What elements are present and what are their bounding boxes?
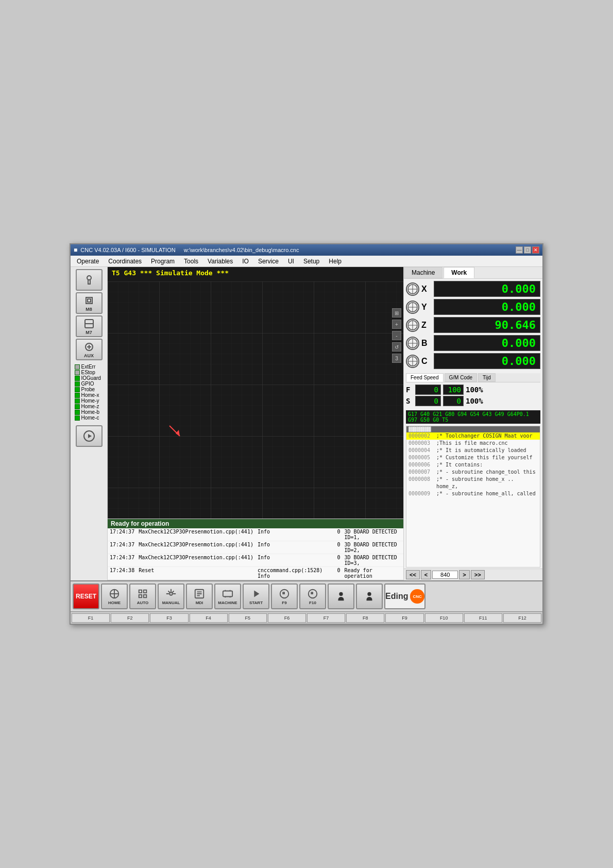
aux-button[interactable]: AUX	[76, 339, 103, 360]
mdi-button[interactable]: MDI	[186, 583, 213, 609]
coord-icon-x[interactable]	[406, 282, 419, 296]
reset-button[interactable]: RESET	[73, 583, 99, 609]
tab-gm-code[interactable]: G/M Code	[445, 373, 478, 382]
log-time: 17:24:37	[108, 541, 137, 554]
probe-label: Probe	[81, 387, 95, 392]
code-nav-first[interactable]: <<	[406, 570, 420, 579]
fkey-f3[interactable]: F3	[150, 613, 188, 623]
auto-button[interactable]: AUTO	[129, 583, 156, 609]
f9-button[interactable]: F9	[271, 583, 298, 609]
menu-coordinates[interactable]: Coordinates	[104, 257, 146, 266]
start-button[interactable]: START	[243, 583, 269, 609]
homex-indicator	[75, 393, 80, 398]
play-button[interactable]	[76, 425, 103, 447]
code-line-highlighted: 0000002 ;* Toolchanger COSIGN Maat voor	[406, 432, 540, 440]
menu-operate[interactable]: Operate	[73, 257, 103, 266]
f10-button[interactable]: F10	[299, 583, 326, 609]
f9-label: F9	[282, 600, 286, 605]
code-line-content: ;* - subroutine change_tool this	[436, 469, 536, 476]
eding-logo-text: CNC	[413, 594, 422, 599]
fkey-f11[interactable]: F11	[464, 613, 502, 623]
svg-rect-1	[88, 280, 90, 284]
fkey-f5[interactable]: F5	[229, 613, 267, 623]
feed-s-value: 0	[415, 396, 441, 406]
code-view-header: ▓▓▓▓▓▓▓▓	[406, 426, 540, 432]
menu-ui[interactable]: UI	[284, 257, 298, 266]
fkey-f9[interactable]: F9	[385, 613, 423, 623]
code-line-num: 0000008	[408, 476, 434, 490]
bottom-toolbar: RESET HOME AUTO	[71, 580, 542, 611]
zoom-fit-icon[interactable]: ⊞	[392, 308, 401, 318]
fkey-f6[interactable]: F6	[268, 613, 306, 623]
code-view[interactable]: ▓▓▓▓▓▓▓▓ 0000002 ;* Toolchanger COSIGN M…	[406, 426, 540, 567]
coord-icon-y[interactable]	[406, 301, 419, 314]
code-nav-last[interactable]: >>	[471, 570, 485, 579]
manual-button[interactable]: MANUAL	[158, 583, 184, 609]
estop-indicator	[75, 370, 80, 375]
f10-label: F10	[309, 600, 316, 605]
code-line: 0000008 ;* - subroutine home_x .. home_z…	[406, 476, 540, 490]
zoom-in-icon[interactable]: +	[392, 320, 401, 329]
feed-f-value: 0	[415, 385, 441, 395]
minimize-button[interactable]: —	[516, 246, 523, 254]
coord-icon-z[interactable]	[406, 319, 419, 332]
code-line: 0000005 ;* Customize this file yourself	[406, 454, 540, 461]
code-nav-line[interactable]: 840	[432, 571, 458, 579]
log-area: Ready for operation 17:24:37 MaxCheck12C…	[108, 519, 403, 580]
machine-button[interactable]: MACHINE	[214, 583, 241, 609]
fkey-f7[interactable]: F7	[307, 613, 345, 623]
coord-value-c: 0.000	[434, 353, 540, 369]
svg-point-34	[339, 592, 343, 596]
tab-feed-speed[interactable]: Feed Speed	[406, 373, 444, 382]
fkey-f12[interactable]: F12	[503, 613, 541, 623]
menu-help[interactable]: Help	[325, 257, 346, 266]
log-row: 17:24:37 MaxCheck12C3P3OPresenmotion.cpp…	[108, 554, 403, 567]
tool-button[interactable]	[76, 269, 103, 291]
gpio-status: GPIO	[75, 381, 108, 387]
m8-label: M8	[86, 307, 92, 312]
rotate-icon[interactable]: ↺	[392, 342, 401, 352]
code-line-num: 0000007	[408, 469, 434, 476]
menu-io[interactable]: IO	[238, 257, 253, 266]
person1-button[interactable]	[328, 583, 354, 609]
coord-icon-b[interactable]	[406, 337, 419, 350]
maximize-button[interactable]: □	[524, 246, 531, 254]
menu-service[interactable]: Service	[254, 257, 283, 266]
feed-display: F 0 100 100% S 0 0 100%	[404, 382, 542, 409]
home-button[interactable]: HOME	[101, 583, 128, 609]
coord-value-z: 90.646	[434, 317, 540, 333]
fkey-f1[interactable]: F1	[72, 613, 110, 623]
fkey-f2[interactable]: F2	[111, 613, 149, 623]
person2-button[interactable]	[356, 583, 383, 609]
code-line-num: 0000005	[408, 454, 434, 461]
m7-button[interactable]: M7	[76, 315, 103, 337]
close-button[interactable]: ✕	[532, 246, 539, 254]
gpio-label: GPIO	[81, 381, 94, 387]
menu-variables[interactable]: Variables	[203, 257, 237, 266]
auto-label: AUTO	[137, 600, 149, 605]
tab-tijd[interactable]: Tijd	[478, 373, 496, 382]
menu-tools[interactable]: Tools	[180, 257, 202, 266]
coord-row-z: Z 90.646	[406, 317, 540, 333]
feed-s-pct2: 100%	[466, 397, 483, 405]
coord-icon-c[interactable]	[406, 355, 419, 368]
m8-button[interactable]: M8	[76, 292, 103, 314]
svg-marker-5	[88, 434, 92, 438]
code-nav-next[interactable]: >	[459, 570, 469, 579]
fkey-f4[interactable]: F4	[190, 613, 228, 623]
code-nav-prev[interactable]: <	[421, 570, 431, 579]
code-line: 0000006 ;* It contains:	[406, 461, 540, 469]
fkey-f10[interactable]: F10	[425, 613, 463, 623]
zoom-out-icon[interactable]: -	[392, 331, 401, 340]
tab-work[interactable]: Work	[444, 267, 474, 278]
viewport-title: T5 G43 *** Simulatie Mode ***	[108, 267, 403, 279]
menu-program[interactable]: Program	[147, 257, 179, 266]
cnc-viewport: T5 G43 *** Simulatie Mode *** 2D 3D	[108, 267, 403, 519]
fkey-f8[interactable]: F8	[346, 613, 384, 623]
log-header: Ready for operation	[108, 519, 403, 528]
tab-machine[interactable]: Machine	[404, 267, 442, 278]
menu-setup[interactable]: Setup	[299, 257, 323, 266]
view3d-icon[interactable]: 3	[392, 354, 401, 363]
exterr-indicator	[75, 364, 80, 370]
coord-axis-c: C	[421, 357, 432, 366]
